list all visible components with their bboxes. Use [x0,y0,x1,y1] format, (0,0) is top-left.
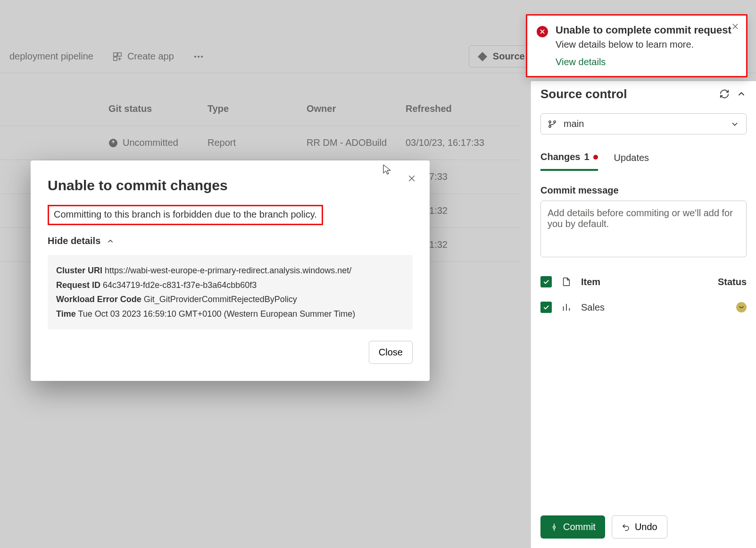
svg-point-9 [554,120,556,122]
source-control-panel: Source control main Changes 1 [531,81,756,548]
workload-error-label: Workload Error Code [56,295,141,304]
modal-close-action-button[interactable]: Close [369,341,413,364]
changes-indicator-icon [593,155,598,160]
tab-changes[interactable]: Changes 1 [540,147,598,171]
svg-point-8 [549,120,551,122]
chevron-down-icon [730,119,739,129]
change-status-icon [736,302,747,312]
tab-updates-label: Updates [614,152,649,163]
error-toast: Unable to complete commit request View d… [526,14,748,77]
svg-point-10 [549,125,551,127]
cluster-uri-value: https://wabi-west-europe-e-primary-redir… [105,266,351,275]
branch-icon [548,119,557,129]
modal-close-label: Close [379,347,403,358]
list-head-status: Status [718,277,747,287]
modal-close-button[interactable] [407,174,416,185]
select-all-checkbox[interactable] [540,276,552,287]
report-icon [561,302,572,312]
app-root: deployment pipeline Create app Source co… [0,0,756,548]
time-label: Time [56,309,76,319]
error-modal: Unable to commit changes Committing to t… [31,160,430,381]
commit-message-label: Commit message [540,185,747,196]
commit-button[interactable]: Commit [540,515,605,539]
commit-icon [550,523,558,531]
change-item-name: Sales [581,302,605,313]
change-item[interactable]: Sales [540,302,747,313]
tab-changes-label: Changes [540,152,580,162]
undo-icon [622,523,630,531]
toast-message: View details below to learn more. [556,39,737,50]
panel-header: Source control [540,81,747,107]
panel-title: Source control [540,87,713,101]
item-checkbox[interactable] [540,302,552,313]
workload-error-value: Git_GitProviderCommitRejectedByPolicy [144,295,297,304]
branch-selector[interactable]: main [540,113,747,135]
error-details: Cluster URI https://wabi-west-europe-e-p… [48,255,413,329]
request-id-label: Request ID [56,280,100,290]
chevron-up-icon[interactable] [736,89,747,99]
error-icon [537,26,548,37]
refresh-icon[interactable] [719,89,730,99]
commit-button-label: Commit [563,522,596,532]
time-value: Tue Oct 03 2023 16:59:10 GMT+0100 (Weste… [78,309,355,319]
panel-tabs: Changes 1 Updates [540,147,747,171]
branch-name: main [564,118,584,129]
hide-details-toggle[interactable]: Hide details [48,236,413,246]
commit-message-input[interactable]: Add details before commiting or we'll ad… [540,201,747,257]
list-head-item: Item [581,277,600,287]
modal-title: Unable to commit changes [48,177,413,194]
tab-changes-count: 1 [584,152,589,162]
undo-button-label: Undo [635,522,657,532]
toast-close-button[interactable] [731,22,739,33]
svg-point-11 [553,526,556,528]
hide-details-label: Hide details [48,236,100,246]
chevron-up-icon [106,237,115,245]
panel-footer: Commit Undo [540,506,747,539]
modal-error-message: Committing to this branch is forbidden d… [48,205,323,225]
undo-button[interactable]: Undo [612,515,667,539]
request-id-value: 64c34719-fd2e-c831-f37e-b3a64cbb60f3 [103,280,257,290]
cluster-uri-label: Cluster URI [56,266,102,275]
toast-view-details-link[interactable]: View details [556,57,606,67]
toast-title: Unable to complete commit request [556,24,737,36]
tab-updates[interactable]: Updates [614,147,649,171]
file-icon [561,277,572,287]
changes-list-header: Item Status [540,276,747,287]
